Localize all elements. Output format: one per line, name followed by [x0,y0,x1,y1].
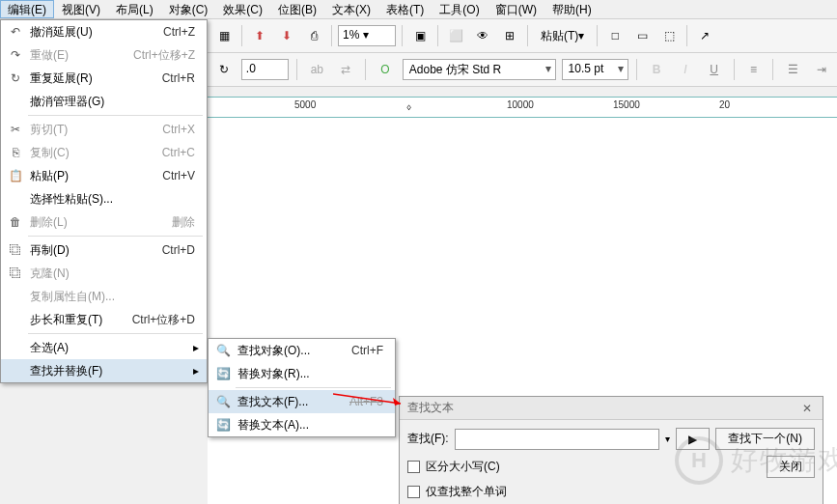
tool-icon2[interactable]: ⎙ [302,24,325,47]
menu-cut: ✂剪切(T)Ctrl+X [1,118,207,141]
whole-word-checkbox[interactable] [407,486,420,498]
cut-icon: ✂ [5,120,26,139]
replace-object-icon: 🔄 [212,364,234,383]
close-icon[interactable]: ✕ [799,402,815,415]
menu-layout[interactable]: 布局(L) [108,0,161,18]
align-icon[interactable]: ⬜ [444,24,467,47]
menu-text[interactable]: 文本(X) [324,0,378,18]
tool-b[interactable]: ▭ [630,24,654,47]
menu-help[interactable]: 帮助(H) [544,0,600,18]
menu-duplicate[interactable]: ⿻再制(D)Ctrl+D [1,238,207,262]
redo-icon: ↷ [5,45,26,65]
underline-icon[interactable]: U [703,58,726,81]
duplicate-icon: ⿻ [5,240,26,260]
menu-copy-props: 复制属性自(M)... [1,285,207,308]
list-icon[interactable]: ☰ [781,58,804,81]
grid-icon[interactable]: ⊞ [498,24,521,47]
copy-icon: ⎘ [5,143,26,162]
menu-undo[interactable]: ↶撤消延展(U)Ctrl+Z [1,20,207,43]
svg-line-0 [333,394,401,404]
ruler-marker-icon: ⬨ [405,99,412,113]
submenu-replace-text[interactable]: 🔄替换文本(A)... [209,413,395,436]
italic-icon[interactable]: I [674,58,697,81]
menu-edit[interactable]: 编辑(E) [0,0,54,18]
align-left-icon[interactable]: ≡ [742,58,766,81]
watermark-logo: H [675,436,723,485]
bold-icon[interactable]: B [645,58,668,81]
kern-icon[interactable]: ⇄ [334,58,357,81]
rotate-icon[interactable]: ↻ [212,58,236,81]
ruler-tick: 5000 [294,99,316,110]
menu-find-replace[interactable]: 查找并替换(F)▸ [1,359,207,382]
menu-table[interactable]: 表格(T) [378,0,432,18]
indent-icon[interactable]: ⇥ [810,58,833,81]
ruler: ⬨ 5000 10000 15000 20 [208,97,837,118]
menu-delete: 🗑删除(L)删除 [1,210,207,234]
font-size-select[interactable]: 10.5 pt [562,59,629,80]
zoom-input[interactable]: 1% ▾ [338,25,396,46]
watermark-text: 好牧游戏 [731,442,837,479]
submenu-arrow-icon: ▸ [193,364,203,378]
font-select[interactable]: Adobe 仿宋 Std R [403,59,556,80]
menu-repeat[interactable]: ↻重复延展(R)Ctrl+R [1,67,207,90]
tool-icon[interactable]: ▦ [212,24,236,47]
find-text-icon: 🔍 [212,392,234,411]
svg-marker-1 [393,398,401,406]
whole-word-label: 仅查找整个单词 [426,484,507,500]
edit-dropdown: ↶撤消延展(U)Ctrl+Z ↷重做(E)Ctrl+位移+Z ↻重复延展(R)C… [0,19,208,383]
submenu-arrow-icon: ▸ [193,341,203,354]
watermark: H 好牧游戏 [675,436,837,485]
replace-text-icon: 🔄 [212,415,234,434]
paste-icon: 📋 [5,166,26,185]
launch-icon[interactable]: ↗ [693,24,716,47]
ruler-tick: 15000 [613,99,640,110]
submenu-replace-object[interactable]: 🔄替换对象(R)... [209,362,395,385]
submenu-find-object[interactable]: 🔍查找对象(O)...Ctrl+F [209,339,395,362]
export-icon[interactable]: ⬇ [275,24,298,47]
menu-object[interactable]: 对象(C) [161,0,216,18]
spacing-icon[interactable]: ab [305,58,328,81]
menu-clone: ⿻克隆(N) [1,262,207,285]
case-checkbox[interactable] [407,461,420,473]
dialog-title: 查找文本 [407,400,799,416]
dialog-titlebar[interactable]: 查找文本 ✕ [400,397,823,420]
import-icon[interactable]: ⬆ [248,24,271,47]
menu-effects[interactable]: 效果(C) [215,0,270,18]
menubar: 编辑(E) 视图(V) 布局(L) 对象(C) 效果(C) 位图(B) 文本(X… [0,0,837,19]
repeat-icon: ↻ [5,69,26,88]
menu-step-repeat[interactable]: 步长和重复(T)Ctrl+位移+D [1,308,207,331]
find-input[interactable] [455,429,660,450]
case-label: 区分大小写(C) [426,459,500,475]
menu-paste[interactable]: 📋粘贴(P)Ctrl+V [1,164,207,187]
undo-icon: ↶ [5,22,26,42]
menu-tools[interactable]: 工具(O) [432,0,487,18]
delete-icon: 🗑 [5,212,26,232]
clone-icon: ⿻ [5,264,26,283]
annotation-arrow [333,388,410,407]
snap-icon[interactable]: ▣ [408,24,432,47]
menu-window[interactable]: 窗口(W) [488,0,544,18]
tool-a[interactable]: □ [603,24,627,47]
menu-copy: ⎘复制(C)Ctrl+C [1,141,207,164]
value-input[interactable]: .0 [241,59,290,80]
ruler-tick: 10000 [507,99,534,110]
menu-select-all[interactable]: 全选(A)▸ [1,336,207,359]
menu-paste-special[interactable]: 选择性粘贴(S)... [1,187,207,210]
tool-c[interactable]: ⬚ [657,24,681,47]
paste-button[interactable]: 粘贴(T) ▾ [534,24,591,47]
menu-redo: ↷重做(E)Ctrl+位移+Z [1,43,207,67]
menu-view[interactable]: 视图(V) [54,0,108,18]
find-label: 查找(F): [407,431,449,447]
ruler-tick: 20 [719,99,730,110]
eye-icon[interactable]: 👁 [471,24,494,47]
font-o-icon[interactable]: O [374,58,397,81]
find-object-icon: 🔍 [212,341,234,360]
menu-undo-manager[interactable]: 撤消管理器(G) [1,90,207,113]
menu-bitmap[interactable]: 位图(B) [270,0,324,18]
